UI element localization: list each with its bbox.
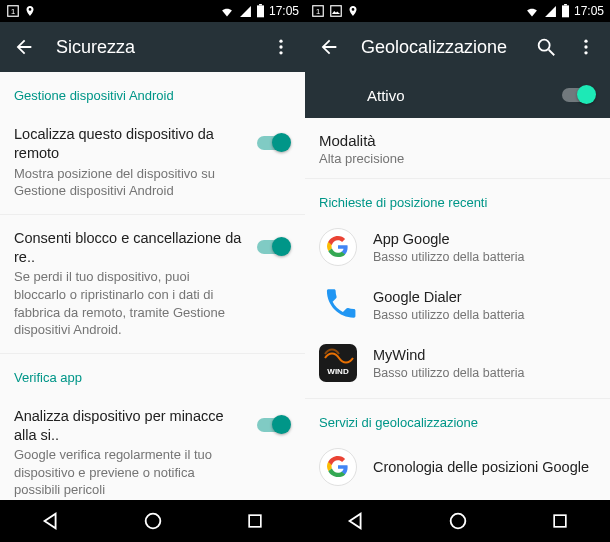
status-bar: 1 17:05 (305, 0, 610, 22)
back-button[interactable] (317, 35, 341, 59)
nav-home-button[interactable] (142, 510, 164, 532)
app-name: App Google (373, 230, 524, 249)
nav-recents-button[interactable] (245, 511, 265, 531)
section-header-verify: Verifica app (0, 354, 305, 393)
setting-locate-remote[interactable]: Localizza questo dispositivo da remoto M… (0, 111, 305, 215)
page-title: Sicurezza (56, 37, 269, 58)
section-header-recent: Richieste di posizione recenti (305, 179, 610, 218)
app-icon-google (319, 228, 357, 266)
app-icon-dialer (319, 286, 357, 324)
nav-bar (305, 500, 610, 542)
wifi-icon (524, 5, 540, 18)
app-row-dialer[interactable]: Google Dialer Basso utilizzo della batte… (305, 276, 610, 334)
overflow-menu-button[interactable] (269, 35, 293, 59)
nav-back-button[interactable] (345, 510, 367, 532)
notif-box-icon: 1 (311, 4, 325, 18)
svg-text:WIND: WIND (327, 367, 349, 376)
svg-text:1: 1 (11, 7, 15, 16)
location-pin-icon (24, 4, 36, 18)
app-row-mywind[interactable]: WIND MyWind Basso utilizzo della batteri… (305, 334, 610, 392)
master-switch-bar[interactable]: Attivo (305, 72, 610, 118)
wifi-icon (219, 5, 235, 18)
signal-icon (544, 5, 557, 18)
clock-text: 17:05 (574, 4, 604, 18)
setting-scan-threats[interactable]: Analizza dispositivo per minacce alla si… (0, 393, 305, 500)
location-pin-icon (347, 4, 359, 18)
service-row-location-history[interactable]: Cronologia delle posizioni Google (305, 438, 610, 496)
svg-point-17 (584, 45, 587, 48)
svg-point-6 (279, 51, 282, 54)
section-header-adm: Gestione dispositivi Android (0, 72, 305, 111)
setting-title: Localizza questo dispositivo da remoto (14, 125, 243, 163)
setting-allow-lock-erase[interactable]: Consenti blocco e cancellazione da re.. … (0, 215, 305, 354)
svg-point-7 (146, 514, 161, 529)
svg-point-14 (539, 40, 550, 51)
nav-back-button[interactable] (40, 510, 62, 532)
app-name: Google Dialer (373, 288, 524, 307)
svg-rect-2 (257, 5, 264, 17)
svg-rect-21 (554, 515, 566, 527)
master-switch-label: Attivo (367, 87, 405, 104)
app-bar: Geolocalizzazione (305, 22, 610, 72)
svg-rect-12 (562, 5, 569, 17)
toggle-locate-remote[interactable] (255, 133, 291, 153)
svg-point-5 (279, 45, 282, 48)
svg-rect-3 (259, 4, 262, 5)
app-battery-usage: Basso utilizzo della batteria (373, 308, 524, 322)
content-scroll[interactable]: Gestione dispositivi Android Localizza q… (0, 72, 305, 500)
setting-subtitle: Se perdi il tuo dispositivo, puoi blocca… (14, 268, 243, 338)
status-bar: 1 17:05 (0, 0, 305, 22)
setting-title: Analizza dispositivo per minacce alla si… (14, 407, 243, 445)
signal-icon (239, 5, 252, 18)
app-bar: Sicurezza (0, 22, 305, 72)
svg-point-4 (279, 40, 282, 43)
toggle-scan-threats[interactable] (255, 415, 291, 435)
mode-subtitle: Alta precisione (319, 151, 596, 166)
setting-mode[interactable]: Modalità Alta precisione (305, 118, 610, 178)
app-row-google[interactable]: App Google Basso utilizzo della batteria (305, 218, 610, 276)
mode-title: Modalità (319, 132, 596, 149)
app-battery-usage: Basso utilizzo della batteria (373, 366, 524, 380)
section-header-services: Servizi di geolocalizzazione (305, 399, 610, 438)
search-button[interactable] (534, 35, 558, 59)
page-title: Geolocalizzazione (361, 37, 534, 58)
setting-title: Consenti blocco e cancellazione da re.. (14, 229, 243, 267)
back-button[interactable] (12, 35, 36, 59)
image-icon (329, 4, 343, 18)
content-scroll[interactable]: Modalità Alta precisione Richieste di po… (305, 118, 610, 500)
screen-security: 1 17:05 Sicurezza Gestio (0, 0, 305, 542)
nav-home-button[interactable] (447, 510, 469, 532)
app-name: MyWind (373, 346, 524, 365)
overflow-menu-button[interactable] (574, 35, 598, 59)
notif-box-icon: 1 (6, 4, 20, 18)
app-icon-mywind: WIND (319, 344, 357, 382)
service-icon-google (319, 448, 357, 486)
svg-rect-13 (564, 4, 567, 5)
screen-geolocation: 1 17:05 Geolocalizzazione (305, 0, 610, 542)
setting-subtitle: Mostra posizione del dispositivo su Gest… (14, 165, 243, 200)
svg-point-16 (584, 40, 587, 43)
nav-bar (0, 500, 305, 542)
service-name: Cronologia delle posizioni Google (373, 458, 589, 477)
toggle-location-master[interactable] (560, 85, 596, 105)
app-battery-usage: Basso utilizzo della batteria (373, 250, 524, 264)
svg-text:1: 1 (316, 7, 320, 16)
svg-point-18 (584, 51, 587, 54)
setting-subtitle: Google verifica regolarmente il tuo disp… (14, 446, 243, 499)
battery-icon (256, 4, 265, 18)
svg-point-20 (451, 514, 466, 529)
nav-recents-button[interactable] (550, 511, 570, 531)
svg-rect-11 (331, 6, 342, 17)
svg-line-15 (549, 50, 555, 56)
clock-text: 17:05 (269, 4, 299, 18)
svg-rect-8 (249, 515, 261, 527)
battery-icon (561, 4, 570, 18)
toggle-allow-lock-erase[interactable] (255, 237, 291, 257)
